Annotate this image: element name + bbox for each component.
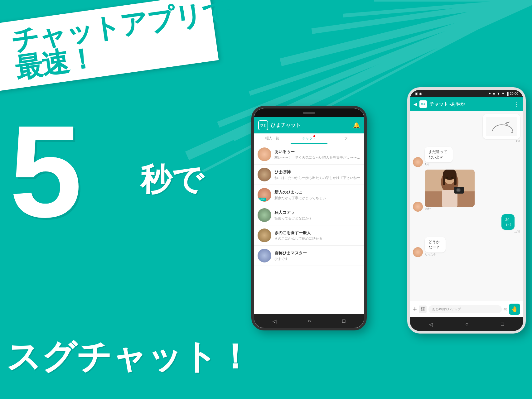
chat-preview: 新参だから丁寧にかまってちょい: [274, 196, 360, 200]
msg-time: 1分: [483, 139, 520, 143]
msg-row-received2: どうかなー？ たった今: [413, 237, 520, 257]
msg-avatar: [413, 247, 423, 257]
chat-info: 狂人コアラ 笹食ってるけどなにか？: [274, 210, 360, 220]
avatar: [258, 249, 271, 262]
back-button[interactable]: ◁: [273, 318, 276, 324]
chat-badge: [313, 135, 315, 137]
list-item[interactable]: あいるぅー 寒い〜〜！ 早く天気になっい暇人を募集中だよ〜〜（笑: [254, 144, 364, 165]
chat-name: 自称ひまマスター: [274, 250, 360, 256]
time-display: 20:00: [510, 92, 518, 95]
back-button[interactable]: ◁: [429, 321, 433, 327]
tab-hima[interactable]: 暇人一覧: [254, 133, 291, 144]
photo-bubble: [425, 170, 475, 207]
more-options-button[interactable]: ⋮: [514, 101, 520, 108]
right-app-logo: ひま: [419, 100, 427, 108]
avatar: NEW: [258, 188, 271, 202]
list-item[interactable]: きのこを食す一般人 きのこにかんして長めに話せる: [254, 225, 364, 246]
chat-preview: きのこにかんして長めに話せる: [274, 236, 360, 241]
msg-avatar: [413, 202, 423, 212]
chat-preview: 笹食ってるけどなにか？: [274, 216, 360, 220]
phone-left: ひま ひまチャット 🔔 暇人一覧 チャット フ: [251, 106, 367, 330]
right-status-bar: ▣ ◉ ✦ ★ ▼ ▼ ▐ 20:00: [410, 90, 523, 97]
left-bell-icon[interactable]: 🔔: [353, 122, 360, 129]
chat-info: きのこを食す一般人 きのこにかんして長めに話せる: [274, 230, 360, 241]
svg-point-24: [457, 189, 460, 191]
sub-text: 秒で: [140, 159, 203, 201]
svg-rect-10: [486, 117, 517, 136]
avatar: [258, 168, 271, 181]
chat-name: 狂人コアラ: [274, 210, 360, 215]
left-app-header: ひま ひまチャット 🔔: [254, 117, 364, 133]
big-number: 5: [9, 106, 82, 237]
chat-preview: ひまです: [274, 257, 360, 261]
send-button[interactable]: 🤚: [509, 304, 520, 315]
svg-line-3: [281, 0, 532, 62]
left-app-title: ひまチャット: [271, 122, 351, 129]
svg-rect-18: [454, 174, 457, 185]
right-chat-title: チャット -あやか: [429, 101, 511, 107]
battery-icon: ▐: [506, 92, 509, 95]
msg-avatar: [413, 157, 423, 167]
recent-button[interactable]: □: [342, 318, 346, 324]
svg-line-4: [312, 0, 532, 31]
tab-other[interactable]: フ: [327, 133, 364, 144]
svg-point-20: [451, 177, 453, 179]
svg-line-5: [343, 0, 532, 16]
wifi-icon: ▼: [501, 92, 505, 95]
tab-chat[interactable]: チャット: [291, 133, 327, 144]
sketch-bubble: [483, 114, 520, 139]
left-bottom-nav: ◁ ○ □: [254, 314, 364, 328]
notification-icon: ▣: [415, 92, 418, 96]
left-chat-list: あいるぅー 寒い〜〜！ 早く天気になっい暇人を募集中だよ〜〜（笑 ひまぽ神 ねこ…: [254, 144, 364, 314]
chat-info: あいるぅー 寒い〜〜！ 早く天気になっい暇人を募集中だよ〜〜（笑: [274, 149, 360, 160]
chat-name: あいるぅー: [274, 149, 360, 155]
char-count: 40: [504, 308, 507, 311]
phone-left-screen: ひま ひまチャット 🔔 暇人一覧 チャット フ: [254, 108, 364, 328]
list-item[interactable]: NEW 新入のひまっこ 新参だから丁寧にかまってちょい: [254, 185, 364, 205]
list-item[interactable]: 自称ひまマスター ひまです: [254, 246, 364, 266]
msg-row-sent: おぉ！ 12秒: [413, 214, 520, 234]
avatar: [258, 228, 271, 242]
right-bottom-nav: ◁ ○ □: [410, 317, 523, 331]
app-icon: ◉: [419, 92, 422, 96]
msg-time: 1分: [425, 162, 465, 166]
face-button[interactable]: 顔: [419, 305, 427, 313]
list-item[interactable]: ひまぽ神 ねこはこたつから一歩も出たくの話しかけて下さいねー: [254, 165, 364, 185]
message-input[interactable]: あと49回でLvアップ: [428, 305, 502, 313]
chat-info: ひまぽ神 ねこはこたつから一歩も出たくの話しかけて下さいねー: [274, 169, 360, 180]
back-icon[interactable]: ◀: [414, 102, 417, 107]
msg-bubble: まだ送ってないよw: [425, 147, 453, 162]
right-chat-header: ◀ ひま チャット -あやか ⋮: [410, 97, 523, 111]
phone-right: ▣ ◉ ✦ ★ ▼ ▼ ▐ 20:00 ◀ ひま チャット -あやか ⋮: [407, 87, 526, 334]
send-icon: 🤚: [511, 306, 518, 313]
add-button[interactable]: +: [413, 305, 417, 313]
chat-info: 自称ひまマスター ひまです: [274, 250, 360, 261]
svg-rect-17: [443, 174, 445, 185]
msg-time: 12秒: [501, 230, 520, 234]
bottom-text: スグチャット！: [6, 334, 252, 380]
chat-name: きのこを食す一般人: [274, 230, 360, 236]
left-tabs: 暇人一覧 チャット フ: [254, 133, 364, 144]
msg-bubble-sent: おぉ！: [501, 214, 515, 230]
recent-button[interactable]: □: [501, 321, 504, 327]
status-left-icons: ▣ ◉: [415, 92, 422, 96]
left-app-logo: ひま: [258, 120, 268, 130]
list-item[interactable]: 狂人コアラ 笹食ってるけどなにか？: [254, 205, 364, 225]
new-badge: NEW: [258, 198, 266, 201]
avatar: [258, 147, 271, 161]
svg-point-19: [446, 177, 448, 179]
right-input-bar: + 顔 あと49回でLvアップ 40 🤚: [410, 301, 523, 317]
phones-container: ひま ひまチャット 🔔 暇人一覧 チャット フ: [251, 87, 532, 399]
avatar: [258, 208, 271, 222]
right-chat-messages: 1分 まだ送ってないよw 1分: [410, 111, 523, 301]
chat-preview: ねこはこたつから一歩も出たくの話しかけて下さいねー: [274, 175, 360, 180]
svg-line-2: [249, 0, 532, 94]
chat-preview: 寒い〜〜！ 早く天気になっい暇人を募集中だよ〜〜（笑: [274, 155, 360, 160]
msg-bubble2: どうかなー？: [425, 237, 446, 252]
home-button[interactable]: ○: [465, 321, 468, 327]
home-button[interactable]: ○: [308, 318, 311, 324]
phone-right-screen: ▣ ◉ ✦ ★ ▼ ▼ ▐ 20:00 ◀ ひま チャット -あやか ⋮: [410, 90, 523, 331]
msg-row-photo: 59秒: [413, 170, 520, 212]
chat-info: 新入のひまっこ 新参だから丁寧にかまってちょい: [274, 190, 360, 200]
msg-row-received: まだ送ってないよw 1分: [413, 147, 520, 167]
